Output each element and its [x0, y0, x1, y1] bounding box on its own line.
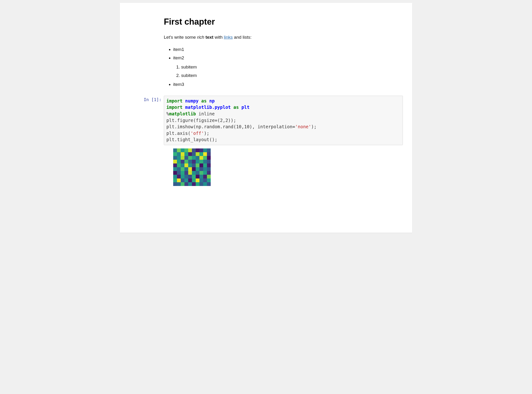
input-prompt: In [1]:: [120, 96, 164, 102]
heatmap-cell: [188, 175, 192, 178]
list-item: item2 subitem subitem: [173, 54, 403, 79]
heatmap-cell: [181, 156, 184, 160]
heatmap-cell: [177, 182, 181, 186]
heatmap-cell: [181, 148, 184, 152]
heatmap-cell: [200, 160, 203, 163]
heatmap-cell: [181, 171, 184, 175]
heatmap-cell: [196, 160, 200, 163]
heatmap-cell: [192, 160, 196, 163]
heatmap-cell: [188, 171, 192, 175]
heatmap-cell: [203, 171, 207, 175]
heatmap-cell: [196, 156, 200, 160]
heatmap-cell: [207, 175, 211, 178]
heatmap-cell: [207, 160, 211, 163]
heatmap-cell: [196, 182, 200, 186]
heatmap-cell: [184, 175, 188, 178]
heatmap-cell: [196, 175, 200, 178]
intro-paragraph: Let's write some rich text with links an…: [164, 34, 403, 41]
heatmap-cell: [203, 160, 207, 163]
heatmap-cell: [177, 160, 181, 163]
intro-italic: rich: [197, 35, 204, 40]
heatmap-cell: [181, 163, 184, 167]
heatmap-cell: [200, 163, 203, 167]
heatmap-cell: [173, 152, 177, 156]
heatmap-cell: [181, 167, 184, 171]
heatmap-cell: [184, 156, 188, 160]
heatmap-cell: [192, 152, 196, 156]
heatmap-cell: [207, 152, 211, 156]
ordered-sublist: subitem subitem: [173, 63, 403, 80]
heatmap-output: [173, 148, 211, 186]
heatmap-cell: [184, 163, 188, 167]
heatmap-cell: [192, 171, 196, 175]
heatmap-cell: [200, 156, 203, 160]
heatmap-cell: [200, 167, 203, 171]
heatmap-cell: [181, 182, 184, 186]
heatmap-cell: [173, 148, 177, 152]
intro-text: Let's write some: [164, 35, 197, 40]
heatmap-cell: [177, 178, 181, 182]
heatmap-cell: [196, 163, 200, 167]
heatmap-cell: [184, 152, 188, 156]
heatmap-cell: [200, 178, 203, 182]
heatmap-cell: [188, 152, 192, 156]
heatmap-cell: [203, 178, 207, 182]
heatmap-cell: [173, 175, 177, 178]
heatmap-cell: [203, 163, 207, 167]
heatmap-cell: [177, 148, 181, 152]
heatmap-cell: [188, 178, 192, 182]
heatmap-cell: [207, 163, 211, 167]
heatmap-cell: [181, 152, 184, 156]
heatmap-cell: [200, 152, 203, 156]
heatmap-cell: [188, 163, 192, 167]
heatmap-cell: [200, 175, 203, 178]
heatmap-cell: [203, 175, 207, 178]
heatmap-cell: [192, 182, 196, 186]
cell-output: [164, 148, 412, 186]
heatmap-cell: [192, 156, 196, 160]
heatmap-cell: [192, 148, 196, 152]
heatmap-cell: [177, 156, 181, 160]
heatmap-cell: [196, 171, 200, 175]
heatmap-cell: [200, 148, 203, 152]
heatmap-cell: [184, 182, 188, 186]
heatmap-cell: [196, 152, 200, 156]
heatmap-cell: [196, 167, 200, 171]
heatmap-cell: [177, 175, 181, 178]
heatmap-cell: [177, 171, 181, 175]
heatmap-cell: [203, 182, 207, 186]
code-input-area[interactable]: import numpy as np import matplotlib.pyp…: [164, 96, 403, 145]
heatmap-cell: [200, 171, 203, 175]
list-item: item3: [173, 80, 403, 89]
heatmap-cell: [184, 171, 188, 175]
list-item: item1: [173, 45, 403, 54]
heatmap-cell: [207, 182, 211, 186]
intro-link[interactable]: links: [224, 35, 233, 40]
heatmap-cell: [173, 171, 177, 175]
list-item: subitem: [181, 63, 403, 71]
heatmap-cell: [177, 152, 181, 156]
heatmap-cell: [173, 167, 177, 171]
heatmap-cell: [177, 167, 181, 171]
heatmap-cell: [188, 167, 192, 171]
heatmap-cell: [173, 163, 177, 167]
heatmap-cell: [203, 156, 207, 160]
heatmap-cell: [207, 156, 211, 160]
heatmap-cell: [192, 167, 196, 171]
heatmap-cell: [200, 182, 203, 186]
heatmap-cell: [188, 148, 192, 152]
heatmap-cell: [184, 148, 188, 152]
heatmap-cell: [203, 148, 207, 152]
intro-bold: text: [205, 35, 214, 40]
heatmap-cell: [196, 148, 200, 152]
heatmap-cell: [173, 182, 177, 186]
heatmap-cell: [192, 178, 196, 182]
heatmap-cell: [188, 182, 192, 186]
markdown-cell: First chapter Let's write some rich text…: [164, 17, 403, 89]
heatmap-cell: [192, 175, 196, 178]
heatmap-cell: [173, 160, 177, 163]
heatmap-cell: [184, 160, 188, 163]
heatmap-cell: [207, 167, 211, 171]
heatmap-cell: [173, 156, 177, 160]
heatmap-cell: [181, 160, 184, 163]
